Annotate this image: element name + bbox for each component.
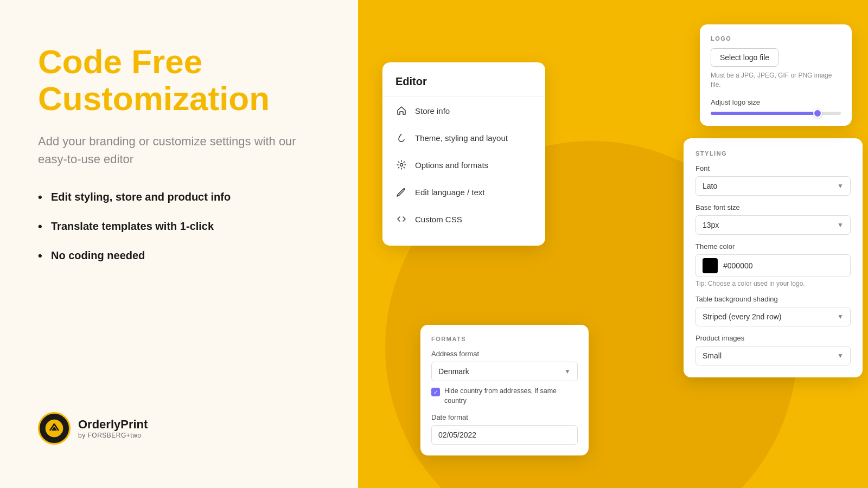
svg-point-1 — [400, 164, 403, 166]
theme-color-field[interactable]: #000000 — [695, 254, 851, 277]
subtext: Add your branding or customize settings … — [38, 132, 320, 168]
formats-section-label: FORMATS — [431, 336, 578, 342]
logo-section-label: LOGO — [711, 35, 841, 42]
theme-label: Theme, styling and layout — [415, 133, 508, 143]
product-images-arrow: ▼ — [837, 352, 844, 359]
brand-logo-area: OrderlyPrint by FORSBERG+two — [38, 412, 320, 445]
date-format-label: Date format — [431, 413, 578, 421]
code-icon — [395, 213, 407, 225]
bg-shading-label: Table background shading — [695, 295, 851, 303]
options-label: Options and formats — [415, 160, 488, 170]
font-select-arrow: ▼ — [837, 182, 844, 190]
bg-shading-arrow: ▼ — [837, 313, 844, 320]
font-size-arrow: ▼ — [837, 221, 844, 229]
theme-color-label: Theme color — [695, 242, 851, 251]
css-label: Custom CSS — [415, 215, 462, 224]
logo-card: LOGO Select logo file Must be a JPG, JPE… — [700, 24, 852, 126]
editor-menu-theme[interactable]: Theme, styling and layout — [382, 124, 545, 151]
editor-menu-css[interactable]: Custom CSS — [382, 206, 545, 233]
pencil-icon — [395, 186, 407, 198]
formats-card: FORMATS Address format Denmark ▼ Hide co… — [420, 325, 589, 455]
date-format-input[interactable]: 02/05/2022 — [431, 425, 578, 445]
font-label: Font — [695, 164, 851, 172]
bullet-item-1: Edit styling, store and product info — [38, 190, 277, 204]
address-format-arrow: ▼ — [564, 368, 571, 375]
brand-name: OrderlyPrint — [78, 418, 148, 432]
address-format-select[interactable]: Denmark ▼ — [431, 362, 578, 381]
brand-text-block: OrderlyPrint by FORSBERG+two — [78, 418, 148, 439]
styling-card: STYLING Font Lato ▼ Base font size 13px … — [684, 138, 863, 377]
editor-menu-language[interactable]: Edit language / text — [382, 178, 545, 206]
hide-country-text: Hide country from addresses, if same cou… — [444, 387, 578, 406]
left-content: Code Free Customization Add your brandin… — [38, 43, 320, 278]
right-panel: Editor Store info Theme, styling and lay… — [358, 0, 868, 488]
bullet-item-3: No coding needed — [38, 248, 277, 262]
hide-country-checkbox[interactable] — [431, 388, 440, 396]
font-size-select[interactable]: 13px ▼ — [695, 215, 851, 235]
adjust-logo-label: Adjust logo size — [711, 98, 841, 106]
editor-card: Editor Store info Theme, styling and lay… — [382, 62, 545, 246]
product-images-select[interactable]: Small ▼ — [695, 346, 851, 365]
address-format-label: Address format — [431, 350, 578, 358]
bullet-list: Edit styling, store and product info Tra… — [38, 190, 320, 262]
hide-country-row[interactable]: Hide country from addresses, if same cou… — [431, 387, 578, 406]
editor-menu-store-info[interactable]: Store info — [382, 97, 545, 124]
font-select[interactable]: Lato ▼ — [695, 176, 851, 196]
color-swatch — [703, 258, 718, 273]
brand-logo-icon — [38, 412, 71, 445]
color-hex-value: #000000 — [723, 261, 753, 270]
gear-icon — [395, 159, 407, 171]
product-images-label: Product images — [695, 334, 851, 342]
font-size-label: Base font size — [695, 203, 851, 211]
brand-sub: by FORSBERG+two — [78, 432, 148, 439]
editor-menu-options[interactable]: Options and formats — [382, 151, 545, 178]
store-info-label: Store info — [415, 106, 450, 115]
select-logo-button[interactable]: Select logo file — [711, 48, 778, 67]
bg-shading-select[interactable]: Striped (every 2nd row) ▼ — [695, 307, 851, 326]
editor-title: Editor — [382, 75, 545, 97]
slider-fill — [711, 112, 818, 115]
headline: Code Free Customization — [38, 43, 320, 117]
home-icon — [395, 105, 407, 117]
logo-size-slider[interactable] — [711, 112, 841, 115]
slider-thumb — [813, 109, 822, 118]
drop-icon — [395, 132, 407, 144]
language-label: Edit language / text — [415, 188, 484, 197]
logo-hint-text: Must be a JPG, JPEG, GIF or PNG image fi… — [711, 71, 841, 89]
bullet-item-2: Translate templates with 1-click — [38, 219, 277, 233]
styling-section-label: STYLING — [695, 150, 851, 157]
left-panel: Code Free Customization Add your brandin… — [0, 0, 358, 488]
color-tip: Tip: Choose a color used in your logo. — [695, 280, 851, 287]
